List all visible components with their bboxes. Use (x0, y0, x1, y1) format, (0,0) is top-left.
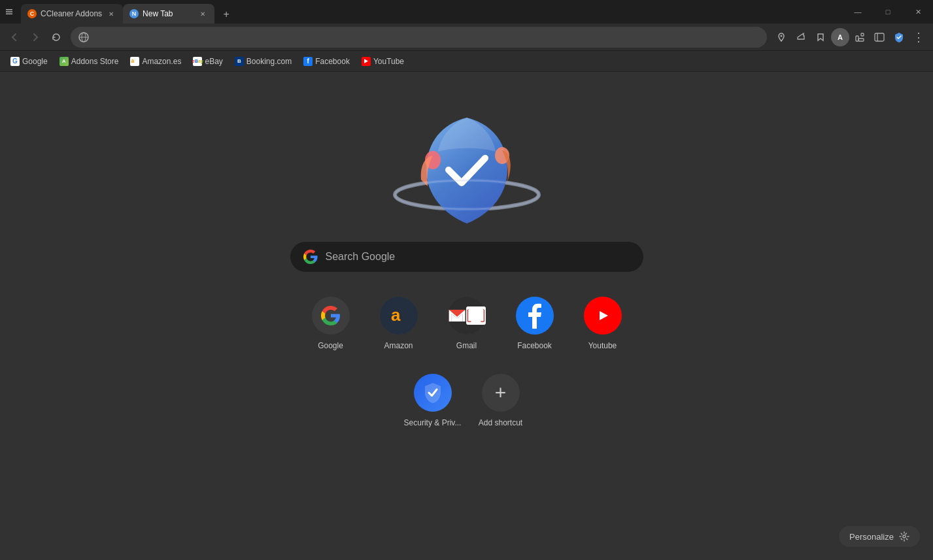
bookmark-youtube-label: YouTube (373, 57, 404, 66)
bookmark-google[interactable]: G Google (5, 55, 53, 68)
window-controls: — □ ✕ (843, 0, 933, 24)
svg-marker-10 (364, 59, 368, 63)
address-input[interactable] (93, 32, 759, 42)
svg-text:a: a (131, 58, 135, 64)
toolbar: A ⋮ (0, 24, 933, 51)
svg-point-19 (903, 535, 906, 538)
more-menu-icon[interactable]: ⋮ (909, 28, 928, 46)
personalize-button[interactable]: Personalize (839, 526, 920, 547)
shortcut-security[interactable]: Security & Priv... (407, 369, 459, 433)
bookmark-booking[interactable]: B Booking.com (229, 55, 297, 68)
svg-rect-6 (858, 39, 864, 41)
personalize-label: Personalize (849, 532, 894, 542)
tab-newtab-favicon: N (129, 9, 139, 18)
bookmark-addons-label: Addons Store (71, 57, 119, 66)
shortcut-add-label: Add shortcut (479, 418, 522, 427)
share-icon[interactable] (792, 28, 810, 46)
shortcut-amazon[interactable]: a Amazon (373, 291, 425, 355)
shortcuts-row2: Security & Priv... + Add shortcut (407, 369, 527, 433)
bookmark-youtube-favicon (362, 57, 371, 66)
bookmark-facebook-favicon: f (303, 57, 313, 66)
bookmark-booking-favicon: B (235, 57, 244, 66)
new-tab-button[interactable]: + (217, 5, 235, 24)
shortcut-amazon-icon: a (380, 297, 418, 335)
svg-text:a: a (391, 305, 401, 325)
bookmark-addons-favicon: A (59, 57, 69, 66)
toolbar-icons: A ⋮ (772, 28, 928, 46)
shortcut-youtube-icon (584, 297, 622, 335)
search-placeholder: Search Google (326, 251, 396, 263)
search-bar[interactable]: Search Google (290, 242, 643, 272)
shortcut-facebook-icon (516, 297, 554, 335)
bookmark-ebay[interactable]: eBay eBay (188, 55, 228, 68)
bookmark-icon[interactable] (811, 28, 830, 46)
svg-rect-7 (875, 33, 884, 41)
tabs-area: C CCleaner Addons ✕ N New Tab ✕ + (21, 0, 843, 24)
shortcuts-grid: Google a Amazon (305, 291, 629, 355)
tab-ccleaner[interactable]: C CCleaner Addons ✕ (21, 4, 123, 24)
main-content: Search Google Google a (0, 72, 933, 560)
bookmark-google-favicon: G (10, 57, 20, 66)
tab-newtab[interactable]: N New Tab ✕ (123, 4, 214, 24)
shortcut-facebook[interactable]: Facebook (509, 291, 561, 355)
shortcut-google-icon (312, 297, 350, 335)
bookmark-facebook[interactable]: f Facebook (298, 55, 355, 68)
shortcut-google-label: Google (318, 341, 343, 350)
shortcut-amazon-label: Amazon (384, 341, 413, 350)
shortcut-google[interactable]: Google (305, 291, 357, 355)
shortcut-security-icon (414, 374, 452, 412)
maximize-button[interactable]: □ (873, 0, 903, 24)
tab-newtab-title: New Tab (143, 9, 194, 18)
shortcut-security-label: Security & Priv... (404, 418, 462, 427)
back-button[interactable] (5, 28, 24, 46)
bookmark-facebook-label: Facebook (315, 57, 350, 66)
minimize-button[interactable]: — (843, 0, 873, 24)
bookmark-ebay-favicon: eBay (193, 57, 202, 66)
shortcut-facebook-label: Facebook (517, 341, 552, 350)
shortcut-gmail-label: Gmail (456, 341, 477, 350)
tab-list-button[interactable] (0, 3, 18, 21)
shortcut-youtube[interactable]: Youtube (577, 291, 629, 355)
shortcut-add-icon: + (482, 374, 520, 412)
bookmark-ebay-label: eBay (205, 57, 222, 66)
shortcut-gmail[interactable]: Gmail (441, 291, 493, 355)
bookmark-addons[interactable]: A Addons Store (54, 55, 124, 68)
bookmark-amazon[interactable]: a Amazon.es (125, 55, 186, 68)
shortcut-add[interactable]: + Add shortcut (475, 369, 527, 433)
shield-icon[interactable] (890, 28, 908, 46)
location-icon[interactable] (772, 28, 790, 46)
google-g-logo (303, 250, 318, 264)
titlebar: C CCleaner Addons ✕ N New Tab ✕ + — □ ✕ (0, 0, 933, 24)
bookmark-amazon-label: Amazon.es (142, 57, 181, 66)
hero-illustration (375, 98, 558, 229)
personalize-icon (899, 531, 909, 542)
shortcut-youtube-label: Youtube (588, 341, 617, 350)
reload-button[interactable] (47, 28, 65, 46)
avatar-icon[interactable]: A (831, 28, 849, 46)
forward-button[interactable] (26, 28, 44, 46)
svg-point-3 (781, 35, 783, 37)
tab-ccleaner-title: CCleaner Addons (41, 9, 102, 18)
bookmark-google-label: Google (22, 57, 48, 66)
close-button[interactable]: ✕ (903, 0, 933, 24)
svg-rect-5 (861, 33, 864, 36)
bookmark-youtube[interactable]: YouTube (356, 55, 409, 68)
shortcut-gmail-icon (448, 297, 486, 335)
bookmark-booking-label: Booking.com (246, 57, 292, 66)
tab-newtab-close[interactable]: ✕ (197, 8, 208, 19)
tab-ccleaner-favicon: C (27, 9, 37, 18)
address-favicon (78, 32, 89, 42)
address-bar[interactable] (71, 27, 767, 48)
bookmark-amazon-favicon: a (130, 57, 139, 66)
tab-ccleaner-close[interactable]: ✕ (106, 8, 116, 19)
extensions-icon[interactable] (851, 28, 869, 46)
bookmarks-bar: G Google A Addons Store a Amazon.es eBay… (0, 51, 933, 72)
sidebar-icon[interactable] (870, 28, 889, 46)
